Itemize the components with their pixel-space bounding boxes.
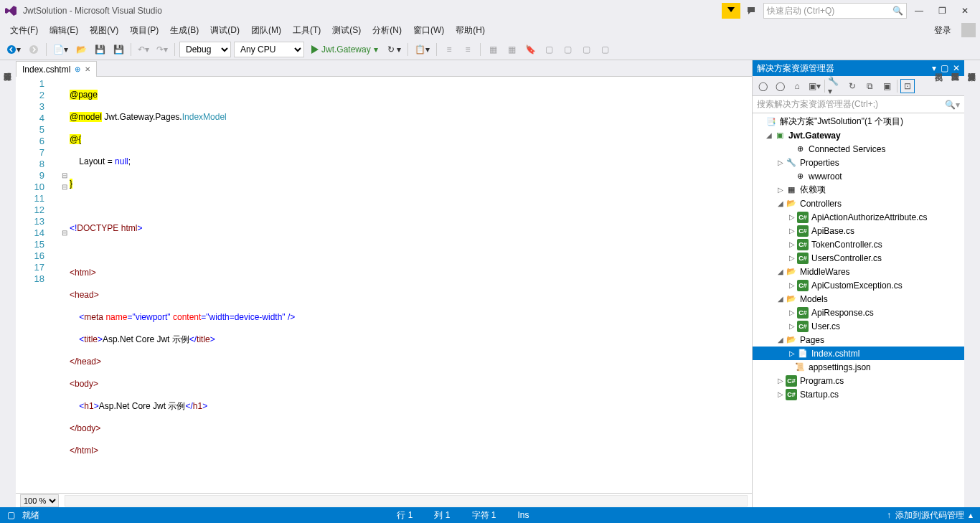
left-tool-tabs: 服务器资源管理器 工具箱 — [0, 60, 16, 507]
status-icon: ▢ — [7, 510, 15, 520]
login-link[interactable]: 登录 — [928, 22, 957, 39]
indent-right-icon: ≡ — [460, 42, 476, 57]
solution-search-placeholder: 搜索解决方案资源管理器(Ctrl+;) — [757, 98, 945, 110]
status-ins: Ins — [518, 510, 529, 520]
search-icon: 🔍 — [892, 6, 903, 16]
menu-tools[interactable]: 工具(T) — [287, 22, 326, 39]
indent-left-icon: ≡ — [441, 42, 457, 57]
document-tab-label: Index.cshtml — [22, 65, 70, 75]
browser-link-button[interactable]: ↻ ▾ — [385, 42, 403, 57]
status-scm[interactable]: ↑ 添加到源代码管理 ▴ — [887, 509, 973, 522]
redo-button[interactable]: ↷▾ — [154, 42, 170, 57]
code-content[interactable]: @page @model Jwt.Gateway.Pages.IndexMode… — [70, 77, 752, 493]
zoom-select[interactable]: 100 % — [20, 494, 59, 507]
quick-launch-input[interactable]: 快速启动 (Ctrl+Q) 🔍 — [763, 3, 907, 19]
code-editor[interactable]: 123456789101112131415161718 ⊟⊟⊟ @page @m… — [16, 76, 752, 493]
document-tabs: Index.cshtml ⊕ ✕ — [16, 60, 752, 76]
comment-icon: ▦ — [485, 42, 501, 57]
toolbar: ▾ 📄▾ 📂 💾 💾 ↶▾ ↷▾ Debug Any CPU Jwt.Gatew… — [0, 39, 980, 60]
right-tool-tabs: 解决方案资源管理器 团队资源管理器 类视图 — [964, 60, 980, 507]
start-debug-button[interactable]: Jwt.Gateway ▾ — [307, 42, 382, 57]
menu-project[interactable]: 项目(P) — [124, 22, 164, 39]
user-avatar-icon[interactable] — [961, 23, 976, 37]
menu-build[interactable]: 生成(B) — [164, 22, 204, 39]
bookmark-icon[interactable]: 🔖 — [522, 42, 538, 57]
menu-team[interactable]: 团队(M) — [245, 22, 287, 39]
bm4-icon: ▢ — [597, 42, 613, 57]
menu-edit[interactable]: 编辑(E) — [44, 22, 84, 39]
quick-launch-placeholder: 快速启动 (Ctrl+Q) — [767, 5, 892, 17]
refresh-icon[interactable]: ↻ — [845, 79, 859, 93]
fold-column[interactable]: ⊟⊟⊟ — [59, 77, 70, 493]
upload-icon: ↑ — [887, 510, 891, 520]
collapse-icon[interactable]: ⧉ — [862, 79, 877, 93]
maximize-button[interactable]: ❐ — [931, 3, 953, 19]
pin-icon[interactable]: ⊕ — [75, 65, 80, 73]
svg-point-0 — [7, 45, 16, 54]
vs-logo-icon — [4, 4, 17, 17]
menu-file[interactable]: 文件(F) — [4, 22, 44, 39]
menu-view[interactable]: 视图(V) — [84, 22, 124, 39]
status-ready: 就绪 — [22, 509, 39, 522]
horizontal-scrollbar[interactable] — [65, 495, 748, 506]
nav-back-button[interactable]: ▾ — [4, 42, 23, 57]
menu-analyze[interactable]: 分析(N) — [367, 22, 407, 39]
step-button[interactable]: 📋▾ — [413, 42, 432, 57]
nav-forward-button[interactable] — [26, 42, 42, 57]
tab-server-explorer[interactable]: 服务器资源管理器 — [0, 60, 16, 507]
menu-window[interactable]: 窗口(W) — [407, 22, 450, 39]
uncomment-icon: ▦ — [504, 42, 519, 57]
document-tab[interactable]: Index.cshtml ⊕ ✕ — [16, 61, 97, 77]
sync-icon[interactable]: ▣▾ — [807, 79, 821, 93]
forward-icon[interactable]: ◯ — [773, 79, 787, 93]
properties-icon[interactable]: ⊡ — [900, 79, 915, 93]
scope-icon[interactable]: 🔧▾ — [828, 79, 842, 93]
titlebar: JwtSolution - Microsoft Visual Studio 快速… — [0, 0, 980, 22]
notification-flag-icon[interactable] — [722, 3, 740, 19]
back-icon[interactable]: ◯ — [755, 79, 770, 93]
tab-class-view[interactable]: 类视图 — [930, 60, 947, 507]
show-all-icon[interactable]: ▣ — [880, 79, 894, 93]
platform-select[interactable]: Any CPU — [234, 42, 304, 57]
solution-explorer-title: 解决方案资源管理器 — [757, 62, 834, 75]
menu-test[interactable]: 测试(S) — [326, 22, 367, 39]
bm2-icon: ▢ — [560, 42, 575, 57]
close-tab-icon[interactable]: ✕ — [85, 65, 90, 73]
line-gutter: 123456789101112131415161718 — [16, 77, 59, 493]
minimize-button[interactable]: — — [908, 3, 930, 19]
open-file-button[interactable]: 📂 — [73, 42, 89, 57]
status-line: 行 1 — [397, 509, 413, 522]
window-title: JwtSolution - Microsoft Visual Studio — [23, 6, 162, 16]
chevron-up-icon: ▴ — [969, 510, 973, 520]
save-button[interactable]: 💾 — [92, 42, 108, 57]
config-select[interactable]: Debug — [179, 42, 231, 57]
editor-footer: 100 % — [16, 493, 752, 507]
home-icon[interactable]: ⌂ — [790, 79, 804, 93]
undo-button[interactable]: ↶▾ — [136, 42, 151, 57]
close-button[interactable]: ✕ — [954, 3, 976, 19]
tab-team-explorer[interactable]: 团队资源管理器 — [947, 60, 963, 507]
bm3-icon: ▢ — [578, 42, 594, 57]
feedback-icon[interactable] — [743, 3, 759, 19]
tab-solution-explorer[interactable]: 解决方案资源管理器 — [963, 60, 980, 507]
main-area: 服务器资源管理器 工具箱 Index.cshtml ⊕ ✕ 1234567891… — [0, 60, 980, 507]
save-all-button[interactable]: 💾 — [110, 42, 126, 57]
statusbar: ▢ 就绪 行 1 列 1 字符 1 Ins ↑ 添加到源代码管理 ▴ — [0, 507, 980, 523]
menu-help[interactable]: 帮助(H) — [450, 22, 491, 39]
status-col: 列 1 — [434, 509, 450, 522]
new-project-button[interactable]: 📄▾ — [51, 42, 70, 57]
bm1-icon: ▢ — [541, 42, 557, 57]
menubar: 文件(F) 编辑(E) 视图(V) 项目(P) 生成(B) 调试(D) 团队(M… — [0, 22, 980, 39]
editor-area: Index.cshtml ⊕ ✕ 12345678910111213141516… — [16, 60, 752, 507]
menu-debug[interactable]: 调试(D) — [204, 22, 245, 39]
status-char: 字符 1 — [472, 509, 496, 522]
svg-point-1 — [29, 45, 38, 54]
